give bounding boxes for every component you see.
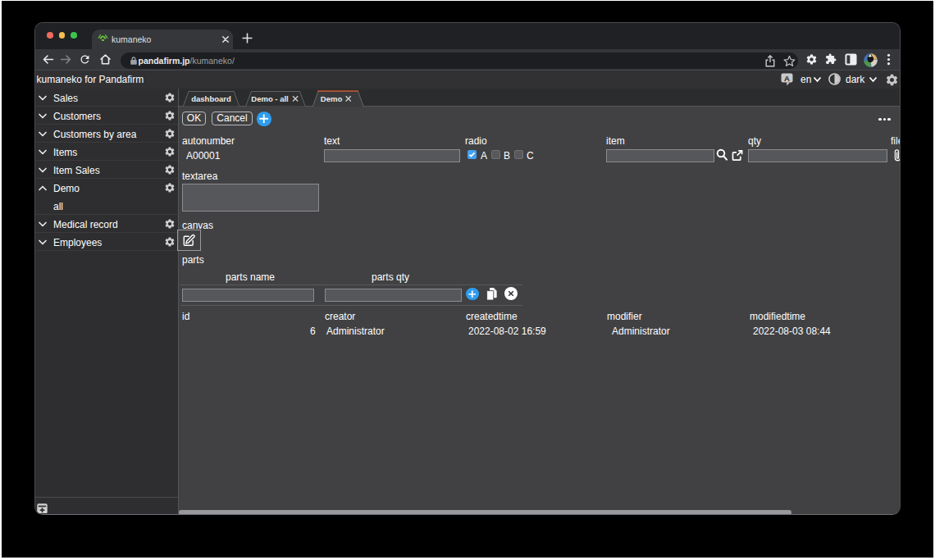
svg-text:A: A: [784, 74, 790, 83]
svg-text:Demo: Demo: [321, 94, 343, 103]
svg-text:Demo - all: Demo - all: [251, 94, 288, 103]
svg-text:dashboard: dashboard: [191, 94, 231, 103]
